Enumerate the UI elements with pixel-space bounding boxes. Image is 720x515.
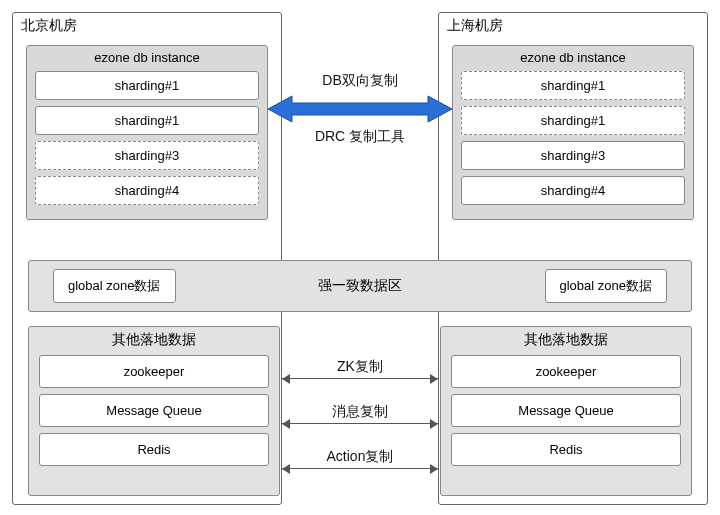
other-title: 其他落地数据: [39, 331, 269, 349]
ezone-title: ezone db instance: [461, 50, 685, 65]
shard-box: sharding#1: [35, 106, 259, 135]
shard-box: sharding#3: [461, 141, 685, 170]
shard-box-dashed: sharding#4: [35, 176, 259, 205]
global-zone-bar: global zone数据 强一致数据区 global zone数据: [28, 260, 692, 312]
other-item: Message Queue: [451, 394, 681, 427]
dc-right-title: 上海机房: [439, 13, 707, 39]
shard-box: sharding#1: [35, 71, 259, 100]
other-item: Redis: [39, 433, 269, 466]
other-left: 其他落地数据 zookeeper Message Queue Redis: [28, 326, 280, 496]
db-repl-label1: DB双向复制: [285, 72, 435, 90]
shard-box-dashed: sharding#1: [461, 106, 685, 135]
bidir-arrow-icon: [268, 95, 452, 123]
shard-box-dashed: sharding#3: [35, 141, 259, 170]
global-zone-box-right: global zone数据: [545, 269, 668, 303]
repl-line-zk: [282, 378, 438, 379]
repl-label-mq: 消息复制: [285, 403, 435, 421]
repl-label-action: Action复制: [285, 448, 435, 466]
global-zone-label: 强一致数据区: [318, 277, 402, 295]
global-zone-box-left: global zone数据: [53, 269, 176, 303]
db-repl-label2: DRC 复制工具: [285, 128, 435, 146]
shard-box: sharding#4: [461, 176, 685, 205]
svg-marker-0: [268, 96, 452, 122]
ezone-left: ezone db instance sharding#1 sharding#1 …: [26, 45, 268, 220]
ezone-right: ezone db instance sharding#1 sharding#1 …: [452, 45, 694, 220]
other-title: 其他落地数据: [451, 331, 681, 349]
other-item: Message Queue: [39, 394, 269, 427]
repl-line-mq: [282, 423, 438, 424]
ezone-title: ezone db instance: [35, 50, 259, 65]
other-item: Redis: [451, 433, 681, 466]
shard-box-dashed: sharding#1: [461, 71, 685, 100]
other-item: zookeeper: [39, 355, 269, 388]
dc-left-title: 北京机房: [13, 13, 281, 39]
repl-line-action: [282, 468, 438, 469]
other-right: 其他落地数据 zookeeper Message Queue Redis: [440, 326, 692, 496]
other-item: zookeeper: [451, 355, 681, 388]
repl-label-zk: ZK复制: [285, 358, 435, 376]
